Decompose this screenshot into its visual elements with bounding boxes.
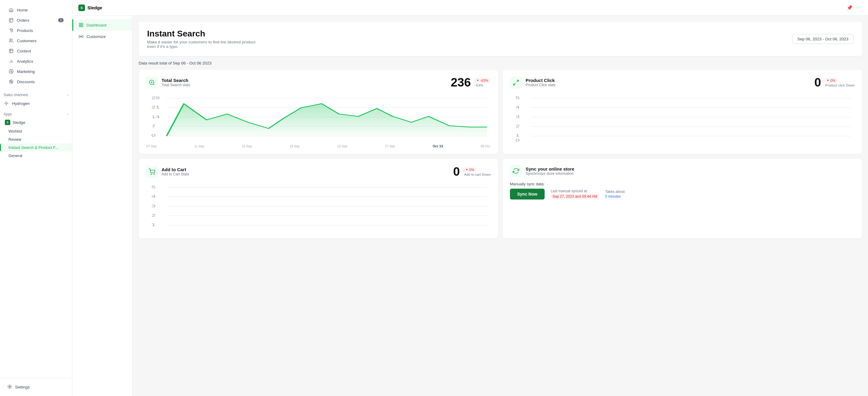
topbar-actions: 📌 ··· [846,5,862,10]
page-title: Instant Search [147,29,261,38]
total-search-badge: -63% -63% [474,78,491,87]
total-search-badge-sub: -63% [475,84,483,87]
svg-text:5: 5 [516,96,520,100]
content-area: Instant Search Make it easier for your c… [133,16,868,396]
sidebar-item-orders-label: Orders [17,18,29,23]
takes-about-value: 5 minutes [605,194,626,199]
total-search-title-area: Total Search Total Search stats [161,78,190,87]
product-click-title: Product Click [526,78,555,83]
sidebar-sub-review[interactable]: Review [0,135,72,144]
topbar: S Sledge 📌 ··· [72,0,868,16]
sidebar-sub-wishlist[interactable]: Wishlist [0,127,72,135]
add-to-cart-card: Add to Cart Add to Cart Stats 0 0% Add t… [138,159,498,238]
content-icon [8,48,14,54]
svg-text:5: 5 [151,185,156,189]
total-search-header: Total Search Total Search stats 236 -63%… [146,75,491,89]
discounts-icon [8,79,14,84]
product-click-value: 0 [814,75,821,89]
svg-rect-8 [79,23,81,25]
svg-point-7 [9,386,10,387]
sidebar-sub-general[interactable]: General [0,152,72,160]
secondary-nav-customize[interactable]: Customize [72,31,132,42]
add-to-cart-title: Add to Cart [161,167,189,172]
svg-rect-2 [9,49,13,53]
sidebar-item-content[interactable]: Content [5,46,67,56]
last-synced-label: Last manual synced at: [551,189,599,193]
date-range-button[interactable]: Sep 06, 2023 - Oct 06, 2023 [792,34,854,44]
manually-sync-label: Manually sync data: [510,182,855,186]
general-label: General [8,153,22,158]
svg-text:1: 1 [516,133,520,138]
svg-point-3 [9,69,13,73]
add-to-cart-subtitle: Add to Cart Stats [161,172,189,176]
secondary-nav-dashboard[interactable]: Dashboard [72,19,132,31]
svg-point-5 [11,82,12,83]
total-search-value-area: 236 -63% -63% [451,75,491,89]
sync-row: Sync Now Last manual synced at: Sep 27, … [510,189,855,200]
sidebar-item-home[interactable]: Home [5,5,67,15]
total-search-x-labels: 07 Sep 11 Sep 15 Sep 19 Sep 23 Sep 27 Se… [146,144,491,148]
svg-rect-11 [79,25,81,27]
add-to-cart-chart: 5 4 3 2 1 [146,183,491,232]
sidebar-sub-instant-search[interactable]: Instant Search & Product F... [0,144,72,152]
orders-icon [8,18,14,23]
add-to-cart-badge-pct: 0% [463,167,477,172]
svg-rect-9 [82,23,83,25]
header-left: Instant Search Make it easier for your c… [147,29,261,49]
svg-rect-0 [9,19,13,22]
sidebar-item-customers-label: Customers [17,38,36,43]
add-to-cart-title-area: Add to Cart Add to Cart Stats [161,167,189,176]
add-to-cart-badge-sub: Add to cart Down [464,173,491,176]
svg-text:3: 3 [516,115,520,119]
sync-title: Sync your online store [526,166,575,172]
brand-name: Sledge [87,5,102,10]
sidebar-item-discounts[interactable]: Discounts [5,77,67,87]
sidebar-item-products[interactable]: Products [5,25,67,36]
svg-text:4: 4 [151,194,156,199]
add-to-cart-badge: 0% Add to cart Down [463,167,491,176]
svg-point-4 [10,81,11,82]
dashboard-label: Dashboard [87,23,106,27]
wishlist-label: Wishlist [8,129,22,133]
sidebar-item-hydrogen[interactable]: Hydrogen [0,98,72,109]
svg-point-36 [154,174,154,175]
svg-text:28: 28 [151,96,160,100]
review-label: Review [8,137,22,142]
product-click-value-area: 0 0% Product click Down [814,75,855,89]
sales-channels-section[interactable]: Sales channels › [0,89,72,98]
sidebar-item-analytics-label: Analytics [17,59,33,64]
main-area: S Sledge 📌 ··· Dashboard Customize [72,0,868,396]
pin-icon[interactable]: 📌 [846,5,852,10]
sidebar-item-customers[interactable]: Customers [5,36,67,46]
settings-icon [7,384,12,390]
apps-section[interactable]: Apps › [0,109,72,118]
customers-icon [8,38,14,43]
svg-rect-10 [82,25,83,27]
svg-text:0: 0 [516,138,520,142]
sync-now-button[interactable]: Sync Now [510,189,545,200]
secondary-sidebar: Dashboard Customize [72,16,133,396]
hydrogen-icon [4,101,9,106]
product-click-card: Product Click Product Click stats 0 0% P… [503,70,862,154]
add-to-cart-value: 0 [453,165,460,178]
total-search-badge-pct: -63% [474,78,491,83]
sidebar-item-sledge[interactable]: S Sledge [0,118,72,127]
settings-item[interactable]: Settings [4,382,68,392]
sidebar-item-analytics[interactable]: Analytics [5,56,67,66]
sidebar-item-discounts-label: Discounts [17,80,35,84]
product-click-chart: 5 4 3 2 1 0 [510,94,855,143]
svg-point-6 [5,102,7,104]
more-icon[interactable]: ··· [856,5,862,10]
apps-chevron: › [67,113,68,116]
dashboard-icon [78,22,84,28]
sidebar-item-marketing[interactable]: Marketing [5,66,67,77]
sidebar-item-orders[interactable]: Orders 1 [5,15,67,25]
instant-search-header: Instant Search Make it easier for your c… [138,22,862,56]
sync-icon [510,165,522,177]
data-result-label: Data result total of Sep 06 - Oct 06 202… [138,61,862,65]
svg-point-12 [81,36,82,37]
product-click-title-area: Product Click Product Click stats [526,78,555,87]
product-click-badge: 0% Product click Down [824,78,855,87]
total-search-chart: 28 21 14 7 0 [146,94,491,148]
takes-about-label: Takes about: [605,189,626,194]
